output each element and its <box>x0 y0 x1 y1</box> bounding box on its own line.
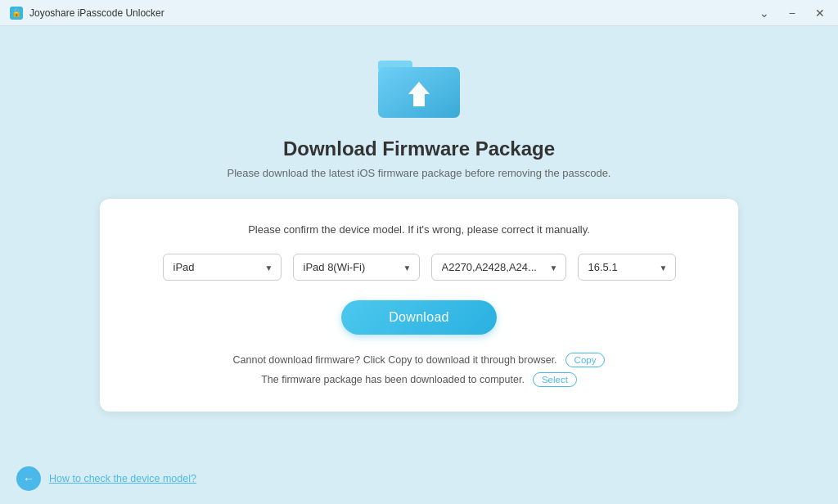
info-line-copy: Cannot download firmware? Click Copy to … <box>233 353 606 367</box>
back-button[interactable]: ← <box>16 466 41 491</box>
page-title: Download Firmware Package <box>283 137 555 160</box>
download-folder-icon <box>378 51 460 118</box>
variant-dropdown-wrapper: A2270,A2428,A24... ▼ <box>431 254 566 281</box>
model-dropdown[interactable]: iPad 8(Wi-Fi) iPad 8(Wi-Fi + Cellular) <box>293 254 420 281</box>
title-bar-left: Joyoshare iPasscode Unlocker <box>10 7 164 20</box>
folder-icon-wrapper <box>378 51 460 121</box>
version-dropdown-wrapper: 16.5.1 16.5 16.4.1 ▼ <box>578 254 676 281</box>
model-dropdown-wrapper: iPad 8(Wi-Fi) iPad 8(Wi-Fi + Cellular) ▼ <box>293 254 420 281</box>
maximize-button[interactable]: ⌄ <box>756 6 773 20</box>
page-subtitle: Please download the latest iOS firmware … <box>228 167 611 179</box>
version-dropdown[interactable]: 16.5.1 16.5 16.4.1 <box>578 254 676 281</box>
info-line-select: The firmware package has been downloaded… <box>261 372 577 387</box>
close-button[interactable]: ✕ <box>812 6 828 20</box>
app-title: Joyoshare iPasscode Unlocker <box>29 7 164 19</box>
help-link[interactable]: How to check the device model? <box>49 473 196 484</box>
device-dropdown-wrapper: iPad iPhone iPod ▼ <box>163 254 282 281</box>
app-icon <box>10 7 23 20</box>
info-text-select: The firmware package has been downloaded… <box>261 374 525 385</box>
variant-dropdown[interactable]: A2270,A2428,A24... <box>431 254 566 281</box>
firmware-card: Please confirm the device model. If it's… <box>100 199 738 412</box>
card-instruction: Please confirm the device model. If it's… <box>133 223 705 236</box>
select-button[interactable]: Select <box>533 372 577 387</box>
title-bar-controls: ⌄ − ✕ <box>756 6 828 20</box>
dropdowns-row: iPad iPhone iPod ▼ iPad 8(Wi-Fi) iPad 8(… <box>133 254 705 281</box>
info-text-copy: Cannot download firmware? Click Copy to … <box>233 354 557 366</box>
download-button[interactable]: Download <box>341 300 497 335</box>
back-icon: ← <box>23 472 34 485</box>
copy-button[interactable]: Copy <box>565 353 606 367</box>
main-content: Download Firmware Package Please downloa… <box>0 26 838 504</box>
bottom-bar: ← How to check the device model? <box>16 466 196 491</box>
minimize-button[interactable]: − <box>786 6 799 20</box>
device-dropdown[interactable]: iPad iPhone iPod <box>163 254 282 281</box>
info-lines: Cannot download firmware? Click Copy to … <box>133 353 705 387</box>
title-bar: Joyoshare iPasscode Unlocker ⌄ − ✕ <box>0 0 838 26</box>
